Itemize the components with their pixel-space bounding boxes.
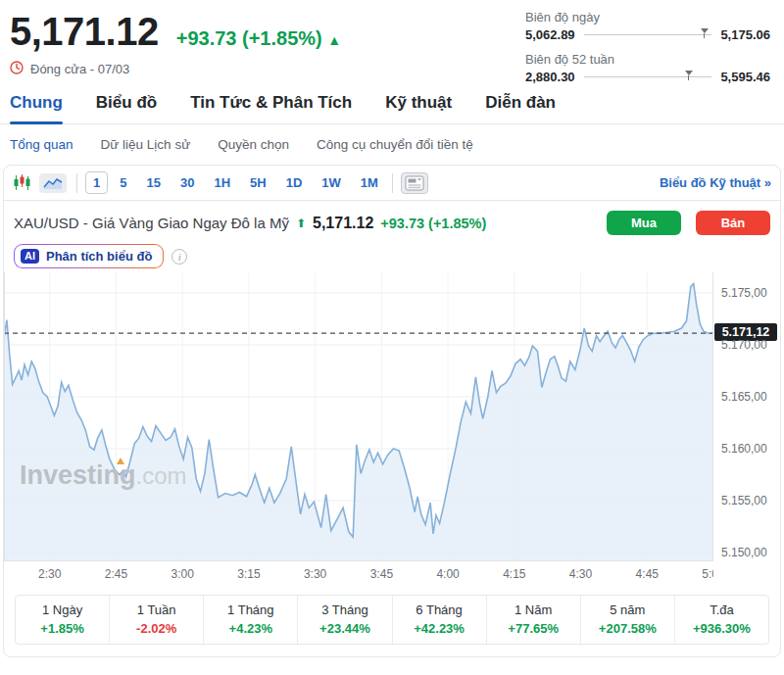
y-tick-label: 5.175,00	[721, 286, 767, 300]
interval-1h[interactable]: 1H	[206, 171, 238, 194]
perf-1-week[interactable]: 1 Tuần-2.02%	[110, 596, 204, 644]
x-tick-label: 3:30	[304, 567, 326, 581]
daily-range-label: Biên độ ngày	[525, 10, 770, 24]
ai-icon: AI	[21, 249, 39, 264]
perf-1-year[interactable]: 1 Năm+77.65%	[487, 596, 581, 644]
daily-range-high: 5,175.06	[720, 27, 770, 42]
tab-chung[interactable]: Chung	[10, 93, 63, 123]
toolbar-divider	[392, 173, 393, 193]
perf-6-months[interactable]: 6 Tháng+42.23%	[393, 596, 487, 644]
x-tick-label: 3:45	[370, 567, 393, 581]
x-tick-label: 3:15	[237, 567, 260, 581]
perf-1-day[interactable]: 1 Ngày+1.85%	[16, 596, 110, 644]
technical-chart-link[interactable]: Biểu đồ Kỹ thuật »	[660, 175, 771, 190]
chart-toolbar: 1 5 15 30 1H 5H 1D 1W 1M Biểu đồ Kỹ thuậ…	[4, 166, 780, 201]
52wk-range: Biên độ 52 tuần 2,880.30 5,595.46	[525, 52, 770, 84]
interval-15[interactable]: 15	[138, 171, 168, 194]
line-chart-icon[interactable]	[39, 173, 67, 193]
price-change: +93.73 (+1.85%) ▲	[176, 27, 341, 50]
52wk-range-label: Biên độ 52 tuần	[525, 52, 770, 67]
last-price: 5,171.12	[10, 10, 159, 54]
y-tick-label: 5.155,00	[721, 494, 767, 507]
subtab-tong-quan[interactable]: Tổng quan	[10, 137, 74, 152]
y-tick-label: 5.170,00	[721, 338, 767, 352]
toolbar-divider	[76, 173, 77, 193]
x-tick-label: 2:45	[105, 567, 127, 581]
ai-analysis-button[interactable]: AI Phân tích biểu đồ	[14, 244, 164, 268]
interval-1m[interactable]: 1M	[353, 171, 386, 194]
daily-range-low: 5,062.89	[525, 27, 575, 42]
range-panel: Biên độ ngày 5,062.89 5,175.06 Biên độ 5…	[525, 10, 770, 94]
y-axis: 5.171,12 5.175,005.170,005.165,005.160,0…	[713, 272, 780, 561]
market-status: Đóng cửa - 07/03	[30, 62, 129, 76]
up-triangle-icon: ▲	[327, 32, 341, 48]
tab-tin-tuc[interactable]: Tin Tức & Phân Tích	[190, 93, 352, 123]
daily-range-track	[584, 34, 712, 35]
x-tick-label: 4:30	[569, 567, 592, 581]
x-tick-label: 3:00	[171, 567, 193, 581]
performance-strip: 1 Ngày+1.85% 1 Tuần-2.02% 1 Tháng+4.23% …	[15, 595, 769, 645]
52wk-range-high: 5,595.46	[720, 70, 770, 84]
interval-5[interactable]: 5	[112, 171, 134, 194]
chart-price: 5,171.12	[313, 215, 373, 232]
perf-max[interactable]: T.đa+936.30%	[675, 596, 768, 644]
price-chart[interactable]: Investing.com 5.171,12 5.175,005.170,005…	[4, 272, 780, 561]
daily-range: Biên độ ngày 5,062.89 5,175.06	[525, 10, 770, 42]
interval-1[interactable]: 1	[85, 171, 108, 194]
chart-change: +93.73 (+1.85%)	[380, 216, 486, 231]
news-events-icon[interactable]	[401, 172, 428, 194]
tab-bieu-do[interactable]: Biểu đồ	[96, 93, 157, 123]
sell-button[interactable]: Bán	[696, 211, 770, 235]
52wk-range-low: 2,880.30	[525, 70, 575, 84]
candlestick-chart-icon[interactable]	[13, 173, 31, 192]
main-tabs: Chung Biểu đồ Tin Tức & Phân Tích Kỹ thu…	[0, 93, 784, 124]
x-tick-label: 2:30	[38, 567, 61, 581]
subtab-quyen-chon[interactable]: Quyền chọn	[218, 137, 289, 152]
x-tick-label: 4:45	[636, 567, 659, 581]
y-tick-label: 5.165,00	[721, 390, 767, 404]
sub-tabs: Tổng quan Dữ liệu Lịch sử Quyền chọn Côn…	[0, 124, 784, 165]
subtab-cong-cu[interactable]: Công cụ chuyển đổi tiền tệ	[317, 137, 473, 152]
up-arrow-icon: ⬆	[296, 217, 306, 230]
interval-1d[interactable]: 1D	[278, 171, 311, 194]
x-tick-label: 4:15	[503, 567, 525, 581]
x-tick-label: 4:00	[436, 567, 459, 581]
52wk-range-track	[584, 76, 712, 77]
tab-dien-dan[interactable]: Diễn đàn	[485, 93, 556, 123]
interval-5h[interactable]: 5H	[242, 171, 274, 194]
info-icon[interactable]: i	[172, 249, 187, 265]
y-tick-label: 5.160,00	[721, 442, 767, 456]
subtab-du-lieu-lich-su[interactable]: Dữ liệu Lịch sử	[101, 137, 191, 152]
clock-icon	[10, 61, 24, 77]
tab-ky-thuat[interactable]: Kỹ thuật	[385, 93, 452, 123]
y-tick-label: 5.150,00	[721, 546, 767, 559]
interval-30[interactable]: 30	[172, 171, 202, 194]
x-axis: 2:302:453:003:153:303:454:004:154:304:45…	[4, 561, 713, 585]
chart-widget: 1 5 15 30 1H 5H 1D 1W 1M Biểu đồ Kỹ thuậ…	[3, 165, 781, 657]
chart-title: XAU/USD - Giá Vàng Giao Ngay Đô la Mỹ	[14, 215, 289, 231]
interval-1w[interactable]: 1W	[314, 171, 349, 194]
perf-1-month[interactable]: 1 Tháng+4.23%	[204, 596, 298, 644]
perf-5-years[interactable]: 5 năm+207.58%	[581, 596, 675, 644]
chart-plot[interactable]: Investing.com	[4, 272, 713, 561]
buy-button[interactable]: Mua	[607, 211, 681, 235]
instrument-header: 5,171.12 +93.73 (+1.85%) ▲ Đóng cửa - 07…	[0, 0, 784, 77]
ai-analysis-label: Phân tích biểu đồ	[46, 249, 152, 264]
area-chart-svg	[4, 272, 713, 561]
x-tick-label: 5:00	[702, 567, 713, 581]
perf-3-months[interactable]: 3 Tháng+23.44%	[298, 596, 392, 644]
